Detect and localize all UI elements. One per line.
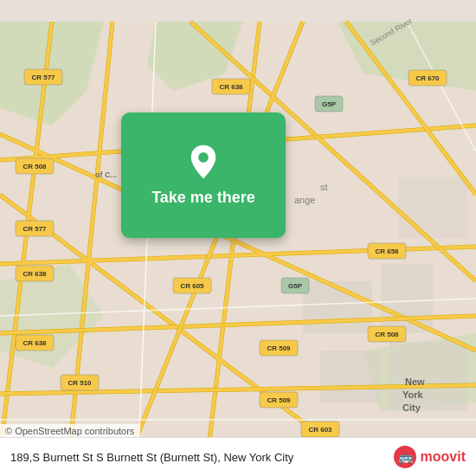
svg-text:CR 658: CR 658 — [375, 248, 399, 255]
bottom-bar: 189,S Burnett St S Burnett St (Burnett S… — [0, 437, 476, 476]
svg-text:🚌: 🚌 — [397, 450, 413, 465]
svg-rect-7 — [381, 264, 433, 333]
svg-text:CR 603: CR 603 — [308, 426, 332, 434]
svg-text:CR 605: CR 605 — [180, 282, 204, 290]
location-pin-icon — [185, 144, 222, 180]
map-container: CR 577 CR 508 CR 577 CR 638 CR 638 CR 51… — [0, 0, 476, 476]
moovit-icon: 🚌 — [393, 445, 417, 469]
svg-text:CR 508: CR 508 — [23, 163, 47, 170]
svg-rect-8 — [320, 351, 381, 402]
svg-text:CR 509: CR 509 — [267, 344, 291, 352]
moovit-logo: 🚌 moovit — [393, 445, 466, 469]
svg-rect-10 — [398, 177, 467, 238]
copyright-text: © OpenStreetMap contributors — [5, 426, 134, 436]
svg-text:York: York — [402, 389, 424, 400]
svg-text:City: City — [402, 402, 421, 413]
moovit-name-label: moovit — [421, 449, 466, 465]
svg-text:G5P: G5P — [288, 282, 303, 290]
svg-text:of C...: of C... — [95, 170, 117, 179]
map-background: CR 577 CR 508 CR 577 CR 638 CR 638 CR 51… — [0, 0, 476, 476]
svg-text:G5P: G5P — [322, 100, 337, 108]
copyright-bar: © OpenStreetMap contributors — [0, 424, 139, 438]
svg-text:CR 638: CR 638 — [23, 339, 47, 347]
take-me-there-button[interactable]: Take me there — [151, 189, 255, 208]
svg-text:CR 577: CR 577 — [31, 74, 55, 81]
svg-text:st: st — [320, 182, 328, 192]
svg-rect-9 — [389, 342, 467, 411]
address-label: 189,S Burnett St S Burnett St (Burnett S… — [10, 451, 393, 464]
svg-text:CR 510: CR 510 — [68, 379, 92, 387]
svg-point-78 — [198, 152, 209, 163]
svg-text:CR 508: CR 508 — [375, 331, 399, 338]
action-card: Take me there — [121, 113, 286, 238]
svg-text:CR 509: CR 509 — [267, 396, 291, 404]
svg-text:CR 638: CR 638 — [23, 270, 47, 278]
svg-text:CR 638: CR 638 — [219, 83, 243, 91]
svg-text:ange: ange — [294, 195, 315, 205]
svg-text:CR 670: CR 670 — [415, 74, 440, 82]
svg-text:CR 577: CR 577 — [23, 225, 47, 233]
svg-text:New: New — [405, 376, 425, 387]
